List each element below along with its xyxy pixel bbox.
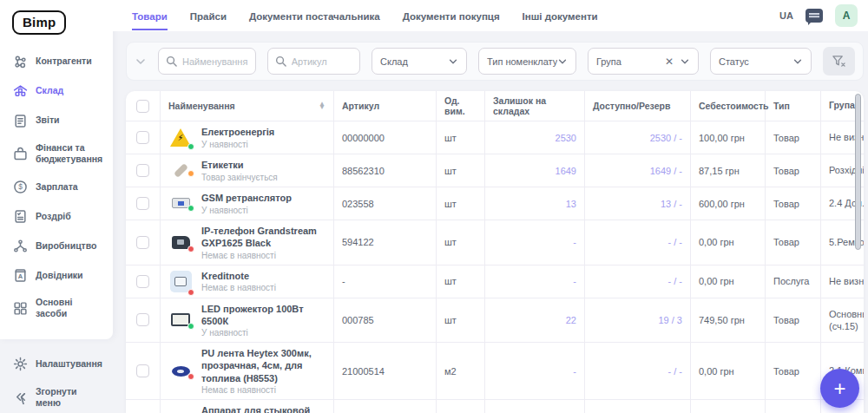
- sidebar-item-retail[interactable]: Роздріб: [0, 201, 113, 231]
- product-name: IP-телефон Grandstream GXP1625 Black: [201, 225, 326, 250]
- available-reserve-link[interactable]: - / -: [668, 237, 683, 247]
- available-reserve-link[interactable]: 1649 / -: [650, 166, 682, 176]
- row-checkbox[interactable]: [136, 275, 149, 288]
- sidebar-item-salary[interactable]: $ Зарплата: [0, 172, 113, 201]
- status-dot: [187, 170, 194, 177]
- status-dot: [187, 246, 194, 252]
- available-reserve-link[interactable]: - / -: [668, 276, 683, 286]
- tab-other-documents[interactable]: Інші документи: [523, 2, 598, 30]
- table-row[interactable]: PU лента Heytex 300мк, прозрачная, 4см, …: [126, 343, 864, 400]
- available-reserve-link[interactable]: 2530 / -: [650, 133, 682, 143]
- language-selector[interactable]: UA: [779, 10, 793, 21]
- stock-link[interactable]: 22: [566, 315, 576, 325]
- column-label: Найменування: [168, 101, 235, 111]
- stock-link[interactable]: 2530: [556, 133, 576, 143]
- name-search-input[interactable]: [182, 56, 248, 67]
- row-checkbox[interactable]: [136, 236, 149, 249]
- sidebar-item-settings[interactable]: Налаштування: [0, 350, 113, 379]
- column-header-unit[interactable]: Од. вим.: [437, 91, 485, 121]
- row-checkbox[interactable]: [136, 197, 149, 210]
- table-row[interactable]: Аппарат для стыковой сварки полиэтиленов…: [126, 400, 864, 413]
- table-row[interactable]: GSM ретранслятор У наявності 023558 шт 1…: [126, 187, 864, 220]
- row-checkbox[interactable]: [136, 364, 149, 377]
- row-checkbox[interactable]: [136, 313, 149, 326]
- sku-search-input[interactable]: [292, 56, 352, 67]
- available-reserve-link[interactable]: 13 / -: [661, 199, 682, 209]
- app-logo[interactable]: Bimp: [12, 10, 66, 35]
- chevron-down-icon: [557, 56, 568, 67]
- column-header-type[interactable]: Тип: [766, 91, 821, 121]
- sort-icon[interactable]: ▲▼: [319, 102, 326, 109]
- product-type: Послуга: [766, 266, 821, 298]
- tab-buyer-documents[interactable]: Документи покупця: [403, 2, 500, 30]
- product-unit: шт: [437, 121, 485, 154]
- filters-collapse-icon[interactable]: [135, 56, 147, 68]
- vertical-scrollbar[interactable]: [855, 94, 861, 250]
- add-product-button[interactable]: +: [820, 369, 859, 408]
- table-row[interactable]: Kreditnote Немає в наявності - шт - - / …: [126, 266, 864, 298]
- sidebar-item-directories[interactable]: A Довідники: [0, 260, 113, 290]
- table-row[interactable]: ⚡ Електроенергія У наявності 00000000 шт…: [126, 121, 864, 154]
- column-header-name[interactable]: Найменування ▲▼: [161, 91, 334, 121]
- sidebar-item-warehouse[interactable]: Склад: [0, 76, 113, 106]
- product-type: Товар: [766, 187, 821, 220]
- finance-icon: [12, 146, 28, 161]
- column-header-sku[interactable]: Артикул: [334, 91, 437, 121]
- filter-clear-icon: [832, 55, 846, 68]
- group-dropdown[interactable]: Група ✕: [588, 48, 699, 75]
- available-reserve-link[interactable]: 19 / 3: [658, 315, 682, 325]
- clear-filters-button[interactable]: [823, 47, 855, 75]
- table-row[interactable]: IP-телефон Grandstream GXP1625 Black Нем…: [126, 220, 864, 266]
- product-sku: 21000514: [334, 343, 437, 399]
- product-type: Товар: [766, 154, 821, 187]
- product-cost: 0,00 грн: [691, 220, 766, 265]
- stock-link[interactable]: 1649: [556, 166, 576, 176]
- contractors-icon: [12, 54, 28, 69]
- tab-prices[interactable]: Прайси: [190, 2, 227, 30]
- sku-search-field[interactable]: [267, 48, 360, 75]
- sidebar-item-collapse-menu[interactable]: Згорнути меню: [0, 379, 113, 413]
- status-dot: [187, 205, 194, 212]
- production-icon: [12, 238, 28, 253]
- collapse-icon: [12, 390, 28, 405]
- product-name: GSM ретранслятор: [201, 192, 292, 204]
- sidebar-item-contractors[interactable]: Контрагенти: [0, 47, 113, 76]
- chat-icon[interactable]: [806, 9, 823, 23]
- tab-supplier-documents[interactable]: Документи постачальника: [249, 2, 380, 30]
- product-type: Товар: [766, 298, 821, 343]
- name-search-field[interactable]: [158, 48, 256, 75]
- salary-icon: $: [12, 179, 28, 194]
- sidebar-item-production[interactable]: Виробництво: [0, 231, 113, 260]
- table-row[interactable]: LED прожектор 100Вт 6500К У наявності 00…: [126, 298, 864, 344]
- status-dropdown[interactable]: Статус ✕: [710, 48, 812, 75]
- tab-goods[interactable]: Товари: [132, 2, 168, 30]
- product-status: Немає в наявності: [201, 385, 326, 395]
- product-sku: 594122: [334, 220, 437, 265]
- status-dot: [187, 143, 194, 150]
- column-header-available[interactable]: Доступно/Резерв: [585, 91, 691, 121]
- reports-icon: [12, 113, 28, 128]
- table-body: ⚡ Електроенергія У наявності 00000000 шт…: [126, 121, 864, 413]
- sidebar-item-reports[interactable]: Звіти: [0, 106, 113, 135]
- user-avatar[interactable]: A: [835, 4, 858, 27]
- sidebar-item-fixed-assets[interactable]: Основні засоби: [0, 290, 113, 326]
- row-checkbox[interactable]: [136, 164, 149, 177]
- sidebar-item-finance[interactable]: Фінанси та бюджетування: [0, 135, 113, 172]
- stock-link[interactable]: -: [573, 237, 576, 247]
- settings-icon: [12, 357, 28, 372]
- stock-link[interactable]: 13: [566, 199, 576, 209]
- select-all-checkbox[interactable]: [136, 100, 149, 113]
- stock-link[interactable]: -: [573, 276, 576, 286]
- stock-link[interactable]: -: [573, 366, 576, 377]
- product-name: Аппарат для стыковой сварки полиэтиленов…: [201, 404, 326, 413]
- product-status: Немає в наявності: [201, 283, 276, 292]
- warehouse-dropdown[interactable]: Склад ✕: [372, 48, 467, 75]
- clear-selection-icon[interactable]: ✕: [665, 56, 674, 68]
- column-header-stock[interactable]: Залишок на складах: [485, 91, 585, 121]
- available-reserve-link[interactable]: - / -: [668, 366, 683, 377]
- product-sku: 00000000: [334, 121, 437, 154]
- column-header-cost[interactable]: Себестоимость: [691, 91, 766, 121]
- table-row[interactable]: Етикетки Товар закінчується 88562310 шт …: [126, 154, 864, 187]
- nomenclature-type-dropdown[interactable]: Тип номенклатури ✕: [478, 48, 576, 75]
- row-checkbox[interactable]: [136, 131, 149, 144]
